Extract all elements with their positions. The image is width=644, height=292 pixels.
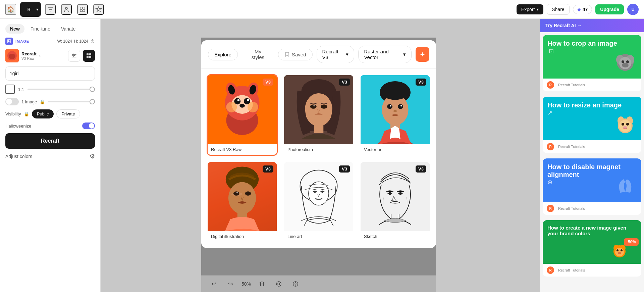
dims-refresh-button[interactable]: ⏱	[90, 39, 95, 44]
share-button[interactable]: Share	[547, 4, 569, 15]
prompt-input[interactable]: 1girl	[5, 66, 95, 81]
public-button[interactable]: Public	[32, 109, 54, 118]
tutorial-card-magnet-thumb: How to disable magnet alignment ⊕	[543, 158, 641, 202]
add-style-button[interactable]: +	[416, 47, 429, 62]
plus-icon: +	[420, 50, 425, 59]
style-card-label-6: Sketch	[361, 231, 430, 242]
ratio-box	[5, 85, 15, 94]
modal-header: Explore My styles Saved Recraft V3 ▾ Ras…	[201, 40, 436, 69]
svg-rect-1	[80, 7, 82, 9]
adjust-colors-icon[interactable]: ⚙	[90, 153, 95, 160]
tutorial-crop-icon: ⊡	[549, 48, 554, 54]
credits-count: 47	[583, 7, 588, 12]
tutorial-card-resize[interactable]: How to resize an image ↗	[543, 97, 641, 153]
user-avatar[interactable]: U	[627, 4, 639, 15]
count-slider[interactable]	[48, 101, 95, 102]
ratio-label: 1:1	[18, 87, 24, 92]
svg-point-50	[233, 191, 239, 196]
svg-point-21	[247, 99, 249, 101]
credits-badge[interactable]: ◆ 47	[573, 5, 592, 14]
effect-toggle[interactable]	[82, 123, 95, 129]
upgrade-button[interactable]: Upgrade	[595, 4, 624, 14]
tutorial-card-magnet[interactable]: How to disable magnet alignment ⊕ R Recr…	[543, 158, 641, 215]
svg-point-78	[626, 123, 629, 126]
saved-button[interactable]: Saved	[278, 49, 313, 60]
ratio-slider-thumb[interactable]	[90, 87, 95, 92]
grid-button[interactable]	[77, 4, 88, 15]
style-card-label-5: Line art	[284, 231, 353, 242]
tutorial-resize-icon: ↗	[547, 109, 552, 116]
style-card-image-digital: V3	[208, 162, 277, 231]
style-card-image-sketch: V3	[361, 162, 430, 231]
modal-tab-mystyles[interactable]: My styles	[242, 46, 274, 63]
style-card-photorealism[interactable]: V3 Photorealism	[283, 74, 354, 156]
tutorial-card-resize-footer: R Recraft Tutorials	[543, 140, 641, 153]
image-count-toggle[interactable]	[5, 98, 19, 105]
version-selector[interactable]: Recraft V3 ▾	[317, 46, 355, 63]
export-button[interactable]: Export ▾	[517, 4, 543, 14]
style-card-label-1: Recraft V3 Raw	[208, 144, 277, 155]
svg-point-85	[621, 249, 623, 251]
home-button[interactable]: 🏠	[5, 4, 16, 15]
v3-badge-3: V3	[416, 79, 426, 86]
tab-finetune[interactable]: Fine-tune	[26, 24, 55, 34]
logo-badge: R	[23, 3, 35, 15]
tutorial-card-brand-colors[interactable]: How to create a new image given your bra…	[543, 220, 641, 277]
style-card-recraft-v3-raw[interactable]: V3 Recraft V3 Raw	[207, 74, 278, 156]
svg-rect-12	[87, 56, 89, 58]
image-height: H: 1024	[74, 39, 88, 44]
topbar-icons	[45, 4, 104, 15]
ratio-row: 1:1	[5, 85, 95, 94]
style-card-vector-art[interactable]: V3 Vector art	[360, 74, 431, 156]
tutorial-magnet-icon: ⊕	[547, 179, 552, 186]
style-settings-button[interactable]	[68, 50, 80, 62]
svg-point-40	[380, 81, 410, 100]
svg-point-52	[236, 192, 238, 194]
adjust-colors-label: Adjust colors	[5, 154, 32, 159]
style-card-sketch[interactable]: V3 Sketch	[360, 161, 431, 243]
tutorial-card-crop[interactable]: How to crop an image ⊡	[543, 35, 641, 91]
tutorial-card-crop-thumb: How to crop an image ⊡	[543, 35, 641, 79]
svg-rect-3	[80, 10, 82, 12]
panel-tabs: New Fine-tune Variate	[5, 24, 95, 34]
count-slider-thumb[interactable]	[90, 99, 95, 104]
style-card-image-vector: V3	[361, 75, 430, 144]
style-card-digital[interactable]: V3 Digital illustration	[207, 161, 278, 243]
svg-rect-13	[89, 56, 91, 58]
new-feature-button[interactable]	[93, 4, 104, 15]
svg-point-58	[321, 191, 323, 193]
try-recraft-button[interactable]: Try Recraft AI →	[540, 19, 644, 32]
tutorial-brand-animal	[609, 243, 630, 261]
filter-button[interactable]	[45, 4, 56, 15]
topbar-left: 🏠 R ▾	[5, 2, 513, 17]
recraft-logo-small-4: R	[547, 266, 554, 274]
modal-overlay[interactable]: Explore My styles Saved Recraft V3 ▾ Ras…	[201, 38, 436, 292]
modal-container: Explore My styles Saved Recraft V3 ▾ Ras…	[201, 40, 436, 248]
style-card-line-art[interactable]: V3 Line art	[283, 161, 354, 243]
logo-dropdown[interactable]: R ▾	[20, 2, 41, 17]
style-card-image-line: V3	[284, 162, 353, 231]
style-name: Recraft	[21, 51, 37, 56]
style-image-button[interactable]	[83, 50, 95, 62]
recraft-button[interactable]: Recraft	[5, 133, 95, 149]
recraft-logo-small-3: R	[547, 205, 554, 212]
people-icon	[63, 6, 70, 13]
private-button[interactable]: Private	[56, 109, 80, 118]
modal-tab-explore[interactable]: Explore	[208, 49, 238, 60]
ratio-slider[interactable]	[28, 89, 95, 90]
image-label: IMAGE	[15, 39, 29, 43]
v3-badge-1: V3	[263, 79, 273, 86]
image-width: W: 1024	[57, 39, 72, 44]
svg-point-28	[248, 102, 258, 112]
style-next-button[interactable]: ›	[39, 53, 41, 58]
svg-point-51	[245, 191, 251, 196]
svg-point-86	[618, 252, 621, 254]
svg-point-49	[228, 182, 256, 214]
new-badge-label	[103, 3, 105, 3]
vector-selector[interactable]: Raster and Vector ▾	[358, 46, 412, 63]
tab-variate[interactable]: Variate	[56, 24, 80, 34]
version-label: Recraft V3	[322, 49, 344, 60]
tutorial-card-magnet-footer: R Recraft Tutorials	[543, 202, 641, 215]
tab-new[interactable]: New	[5, 24, 24, 34]
people-button[interactable]	[61, 4, 72, 15]
